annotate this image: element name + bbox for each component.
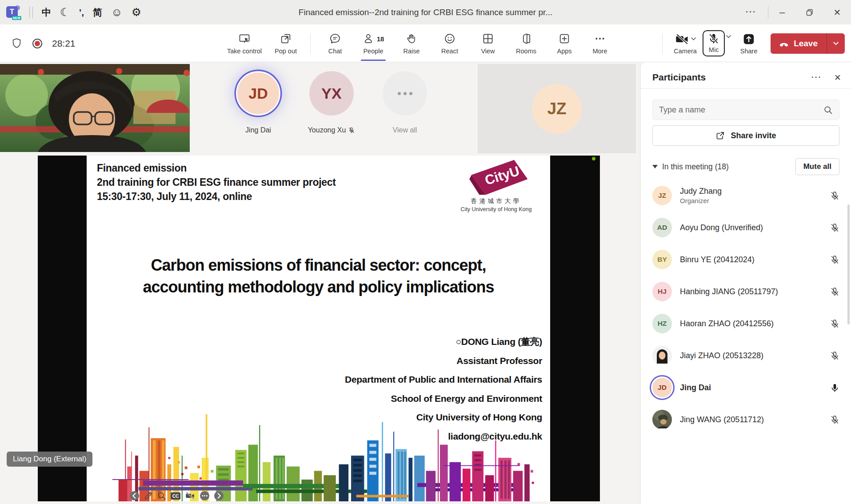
- avatar: HJ: [652, 282, 672, 301]
- hangup-icon: [779, 38, 789, 49]
- raise-hand-button[interactable]: Raise: [392, 26, 431, 61]
- participant-row[interactable]: AD Aoyu Dong (Unverified): [641, 212, 851, 244]
- camera-chevron-icon[interactable]: [691, 37, 696, 41]
- share-icon: [742, 32, 755, 46]
- more-button[interactable]: More: [583, 26, 616, 61]
- slide-more-button[interactable]: [200, 491, 210, 501]
- participant-mic-icon[interactable]: [829, 351, 840, 361]
- annotate-pen-icon[interactable]: [144, 491, 153, 500]
- mute-all-button[interactable]: Mute all: [795, 158, 839, 175]
- shield-icon: [11, 37, 23, 49]
- apps-button[interactable]: Apps: [545, 26, 583, 61]
- participant-row[interactable]: BY Binru YE (20412024): [641, 244, 851, 276]
- minimize-button[interactable]: –: [768, 0, 796, 24]
- participant-name: Binru YE (20412024): [680, 255, 829, 264]
- participant-row[interactable]: JD Jing Dai: [641, 372, 851, 404]
- chat-button[interactable]: Chat: [316, 26, 354, 61]
- next-slide-button[interactable]: [214, 491, 224, 501]
- mic-off-icon: [830, 255, 840, 265]
- prev-slide-button[interactable]: [129, 491, 140, 501]
- mic-off-icon: [830, 351, 840, 361]
- participant-name: Aoyu Dong (Unverified): [680, 223, 829, 232]
- ime-moon-icon[interactable]: ☾: [60, 7, 70, 18]
- magnifier-icon[interactable]: [157, 491, 166, 500]
- participant-row[interactable]: HZ Haoran ZHAO (20412556): [641, 308, 851, 340]
- slide-header: Financed emission 2nd training for CRBI …: [97, 161, 336, 204]
- participant-row[interactable]: Jing WANG (20511712): [641, 404, 851, 428]
- participant-mic-icon[interactable]: [829, 415, 840, 425]
- participant-name: Jing WANG (20511712): [680, 415, 829, 424]
- avatar: BY: [652, 250, 672, 269]
- cityu-logo: CityU 香港城市大學 City University of Hong Kon…: [448, 158, 544, 212]
- toolbar-separator: [310, 33, 311, 54]
- view-button[interactable]: View: [469, 26, 507, 61]
- view-all-label: View all: [393, 126, 417, 134]
- speaker-tile-youzong-xu[interactable]: YX Youzong Xu: [294, 71, 369, 134]
- participant-mic-icon[interactable]: [829, 383, 840, 393]
- ime-settings-icon[interactable]: ⚙: [132, 7, 141, 18]
- leave-chevron[interactable]: [827, 33, 845, 54]
- titlebar-more-icon[interactable]: ···: [734, 8, 768, 17]
- participant-mic-icon[interactable]: [829, 319, 840, 329]
- section-collapse-caret[interactable]: [652, 165, 658, 168]
- recording-indicator: [32, 39, 42, 48]
- participant-name: Hanbing JIANG (20511797): [680, 287, 829, 296]
- mic-chevron-icon[interactable]: [726, 35, 731, 39]
- participant-mic-icon[interactable]: [829, 287, 840, 297]
- pop-out-button[interactable]: Pop out: [267, 26, 305, 61]
- avatar: AD: [652, 218, 672, 237]
- ime-charset-icon[interactable]: 简: [93, 8, 102, 17]
- participant-mic-icon[interactable]: [829, 191, 840, 201]
- take-control-button[interactable]: Take control: [222, 26, 267, 61]
- share-button[interactable]: Share: [735, 32, 763, 55]
- react-button[interactable]: React: [431, 26, 469, 61]
- avatar: HZ: [652, 314, 672, 333]
- mic-off-icon: [830, 191, 840, 201]
- leave-button[interactable]: Leave: [771, 33, 845, 54]
- panel-more-icon[interactable]: ···: [811, 73, 822, 82]
- share-active-dot: [592, 157, 595, 160]
- rooms-icon: [520, 32, 532, 45]
- camera-button[interactable]: Camera: [671, 32, 699, 55]
- mic-focus-ring: Mic: [703, 30, 725, 56]
- shared-screen[interactable]: Financed emission 2nd training for CRBI …: [38, 156, 600, 501]
- toolbar-separator: [662, 33, 663, 54]
- avatar: JD: [236, 71, 280, 116]
- video-tile-jz[interactable]: JZ: [478, 64, 636, 153]
- svg-text:CC: CC: [172, 494, 179, 499]
- panel-scrollbar[interactable]: [847, 204, 850, 324]
- participant-row[interactable]: HJ Hanbing JIANG (20511797): [641, 276, 851, 308]
- participant-mic-icon[interactable]: [829, 255, 840, 265]
- participant-row[interactable]: Jiayi ZHAO (20513228): [641, 340, 851, 372]
- speaker-tile-jing-dai[interactable]: JD Jing Dai: [220, 71, 296, 134]
- participant-search[interactable]: [652, 100, 839, 120]
- mic-off-icon: [830, 223, 840, 233]
- maximize-button[interactable]: [796, 0, 823, 24]
- ime-punctuation-icon[interactable]: ’,: [79, 8, 84, 17]
- people-button[interactable]: 18 People: [354, 26, 392, 61]
- ime-emoji-icon[interactable]: ☺: [111, 7, 123, 18]
- participant-name: Haoran ZHAO (20412556): [680, 319, 829, 328]
- view-all-tile[interactable]: View all: [367, 71, 443, 134]
- cityu-name-zh: 香港城市大學: [448, 197, 544, 205]
- share-invite-button[interactable]: Share invite: [652, 125, 839, 146]
- meeting-toolbar: 28:21 Take control Pop out Chat 18 Peopl…: [0, 24, 851, 62]
- mic-off-icon: [830, 319, 840, 329]
- mic-button[interactable]: Mic: [703, 30, 731, 56]
- teams-app-icon[interactable]: T NEW: [5, 5, 20, 20]
- raise-hand-icon: [405, 32, 418, 45]
- people-count: 18: [377, 35, 384, 43]
- close-button[interactable]: ✕: [823, 0, 851, 24]
- panel-title: Participants: [652, 72, 811, 83]
- self-video-tile[interactable]: [0, 64, 190, 152]
- participant-row[interactable]: JZ Judy Zhang Organizer: [641, 180, 851, 212]
- search-input[interactable]: [659, 105, 823, 115]
- closed-captions-icon[interactable]: CC: [170, 492, 181, 500]
- mic-off-icon: [707, 32, 720, 45]
- ime-toolbar-grip[interactable]: [29, 7, 33, 18]
- panel-close-icon[interactable]: ✕: [834, 72, 841, 83]
- ime-language-icon[interactable]: 中: [42, 8, 51, 17]
- camera-off-small-icon[interactable]: [185, 491, 196, 500]
- rooms-button[interactable]: Rooms: [507, 26, 545, 61]
- participant-mic-icon[interactable]: [829, 223, 840, 233]
